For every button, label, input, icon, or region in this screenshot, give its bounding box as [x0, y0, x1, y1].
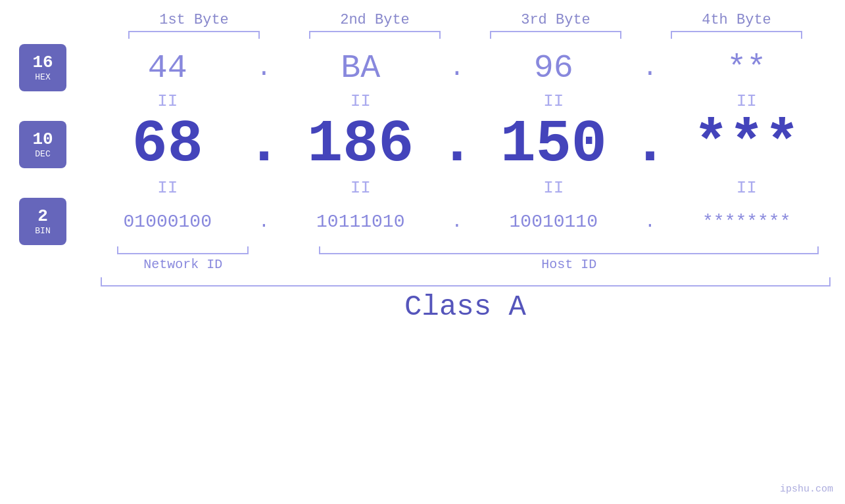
network-id-container: Network ID	[94, 257, 273, 272]
dec-dot1-sym: .	[247, 111, 282, 178]
equals-values-2: II II II II	[85, 178, 829, 198]
byte3-label: 3rd Byte	[483, 12, 628, 28]
bracket-byte4	[671, 31, 802, 39]
hex-dot1: .	[250, 54, 279, 82]
bin-b1: 01000100	[85, 212, 250, 232]
bin-val-b3: 10010110	[510, 212, 598, 232]
bin-dot2-sym: .	[452, 212, 463, 232]
bracket-gap1	[272, 246, 301, 254]
main-container: 1st Byte 2nd Byte 3rd Byte 4th Byte 16 H…	[0, 0, 845, 504]
eq1-b1: II	[157, 91, 178, 111]
bracket-byte3	[490, 31, 621, 39]
hex-val-b1: 44	[148, 49, 187, 87]
class-label-container: Class A	[101, 290, 831, 323]
dec-val-b1: 68	[132, 111, 203, 178]
dec-row: 10 DEC 68 . 186 . 150 . ***	[0, 111, 845, 178]
eq2-b4: II	[736, 178, 757, 198]
bin-dot1-sym: .	[258, 212, 270, 232]
eq2-b2: II	[350, 178, 371, 198]
bin-val-b4: ********	[702, 212, 790, 232]
hex-dot1-sym: .	[251, 54, 278, 82]
hex-dot2-sym: .	[444, 54, 470, 82]
bin-val-b1: 01000100	[124, 212, 212, 232]
dec-val-b4: ***	[693, 111, 800, 178]
bin-values: 01000100 . 10111010 . 10010110 . *******…	[85, 212, 829, 232]
equals-values-1: II II II II	[85, 91, 829, 111]
dec-b3: 150	[471, 111, 636, 178]
dec-b2: 186	[279, 111, 443, 178]
hex-val-b2: BA	[341, 49, 380, 87]
eq2-b1: II	[157, 178, 178, 198]
hex-dot3: .	[636, 54, 665, 82]
hex-dot2: .	[443, 54, 471, 82]
host-id-container: Host ID	[301, 257, 837, 272]
host-bracket	[319, 246, 819, 254]
equals-row-2: II II II II	[0, 178, 845, 198]
equals-row-1: II II II II	[0, 91, 845, 111]
hex-values: 44 . BA . 96 . **	[85, 49, 829, 87]
dec-badge: 10 DEC	[19, 121, 66, 168]
hex-b3: 96	[471, 49, 636, 87]
hex-badge: 16 HEX	[19, 44, 66, 91]
byte4-label: 4th Byte	[664, 12, 809, 28]
byte1-label: 1st Byte	[122, 12, 266, 28]
byte2-label: 2nd Byte	[302, 12, 447, 28]
hex-dot3-sym: .	[637, 54, 664, 82]
dec-dot3-sym: .	[633, 111, 668, 178]
bracket-byte2	[309, 31, 441, 39]
bin-badge-number: 2	[37, 207, 48, 226]
hex-row: 16 HEX 44 . BA . 96 . **	[0, 44, 845, 91]
eq2-b3: II	[543, 178, 564, 198]
network-id-label: Network ID	[143, 257, 222, 272]
bin-val-b2: 10111010	[316, 212, 404, 232]
bin-dot3-sym: .	[644, 212, 656, 232]
dec-val-b3: 150	[500, 111, 607, 178]
network-bracket-container	[94, 246, 273, 254]
id-labels: Network ID Host ID	[94, 257, 837, 272]
bottom-brackets-container	[94, 246, 837, 254]
dec-dot2-sym: .	[439, 111, 475, 178]
hex-b2: BA	[279, 49, 443, 87]
hex-val-b3: 96	[534, 49, 573, 87]
bin-dot2: .	[443, 212, 471, 232]
dec-dot3: .	[636, 111, 665, 178]
hex-badge-number: 16	[32, 53, 53, 72]
bracket-byte1	[128, 31, 260, 39]
hex-b4: **	[665, 49, 829, 87]
bin-badge: 2 BIN	[19, 198, 66, 245]
dec-b4: ***	[665, 111, 829, 178]
bin-dot1: .	[250, 212, 279, 232]
dec-val-b2: 186	[307, 111, 414, 178]
hex-badge-label: HEX	[35, 72, 50, 82]
dec-dot1: .	[250, 111, 279, 178]
eq1-b3: II	[543, 91, 564, 111]
hex-val-b4: **	[727, 49, 766, 87]
hex-badge-slot: 16 HEX	[0, 44, 85, 91]
dec-badge-number: 10	[32, 130, 53, 149]
host-id-label: Host ID	[541, 257, 596, 272]
watermark: ipshu.com	[780, 483, 833, 495]
top-brackets	[104, 31, 827, 39]
id-gap	[272, 257, 301, 272]
class-label: Class A	[404, 290, 526, 323]
dec-dot2: .	[443, 111, 471, 178]
bin-row: 2 BIN 01000100 . 10111010 . 10010110 .	[0, 198, 845, 245]
network-bracket	[117, 246, 249, 254]
dec-b1: 68	[85, 111, 250, 178]
dec-badge-slot: 10 DEC	[0, 121, 85, 168]
eq1-b2: II	[350, 91, 371, 111]
dec-badge-label: DEC	[35, 149, 50, 159]
dec-values: 68 . 186 . 150 . ***	[85, 111, 829, 178]
bin-b2: 10111010	[279, 212, 443, 232]
bin-badge-slot: 2 BIN	[0, 198, 85, 245]
watermark-text: ipshu.com	[780, 484, 833, 495]
hex-b1: 44	[85, 49, 250, 87]
bin-b3: 10010110	[471, 212, 636, 232]
host-bracket-container	[301, 246, 837, 254]
bin-dot3: .	[636, 212, 665, 232]
bin-b4: ********	[665, 212, 829, 232]
bin-badge-label: BIN	[35, 226, 50, 236]
byte-labels-row: 1st Byte 2nd Byte 3rd Byte 4th Byte	[104, 12, 827, 28]
outer-bracket	[101, 277, 831, 286]
eq1-b4: II	[736, 91, 757, 111]
